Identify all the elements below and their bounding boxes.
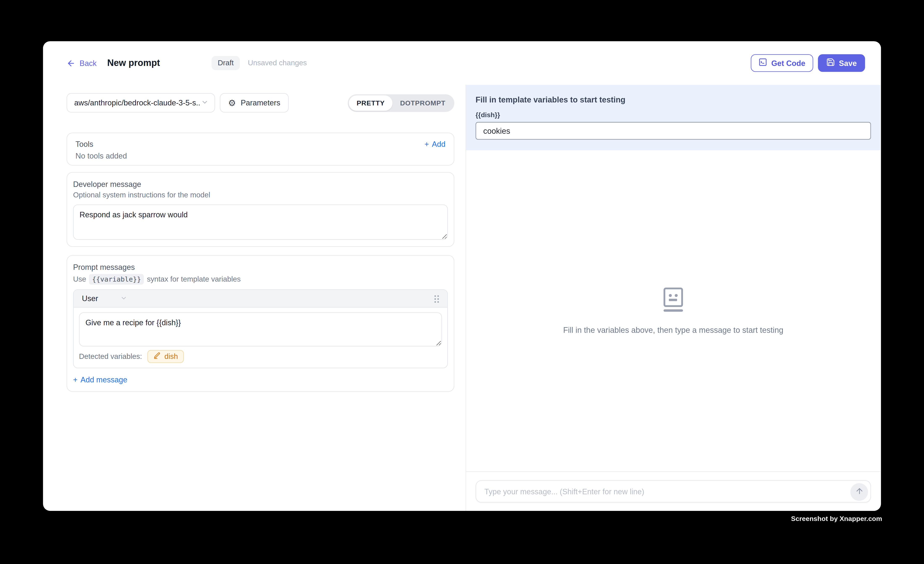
model-selector-value: aws/anthropic/bedrock-claude-3-5-s...	[74, 99, 201, 107]
model-selector[interactable]: aws/anthropic/bedrock-claude-3-5-s...	[67, 93, 215, 112]
template-variables-section: Fill in template variables to start test…	[466, 85, 880, 150]
add-message-label: Add message	[80, 375, 127, 384]
prompt-editor-window: Back New prompt Draft Unsaved changes Ge…	[43, 41, 881, 511]
chat-empty-state: Fill in the variables above, then type a…	[466, 150, 880, 471]
message-body: Give me a recipe for {{dish}} Detected v…	[74, 308, 447, 368]
back-button[interactable]: Back	[67, 58, 97, 68]
tools-card: Tools + Add No tools added	[67, 132, 454, 165]
composer-box	[476, 480, 871, 502]
view-mode-toggle: PRETTY DOTPROMPT	[348, 94, 454, 112]
header-actions: Get Code Save	[751, 54, 865, 72]
get-code-label: Get Code	[771, 58, 806, 68]
chevron-down-icon[interactable]	[98, 293, 128, 304]
message-content-input[interactable]: Give me a recipe for {{dish}}	[79, 312, 442, 346]
header: Back New prompt Draft Unsaved changes Ge…	[43, 41, 881, 85]
status-badge: Draft	[212, 56, 240, 70]
chevron-down-icon	[201, 98, 208, 108]
drag-handle-icon[interactable]	[434, 294, 439, 303]
editor-toolbar: aws/anthropic/bedrock-claude-3-5-s... ⚙ …	[67, 93, 454, 112]
variable-chip-dish[interactable]: dish	[147, 350, 184, 363]
tools-title: Tools	[75, 140, 93, 148]
unsaved-changes-note: Unsaved changes	[248, 59, 307, 67]
plus-icon: +	[424, 140, 429, 148]
developer-message-subtitle: Optional system instructions for the mod…	[73, 191, 448, 199]
developer-message-input[interactable]: Respond as jack sparrow would	[73, 204, 448, 240]
tools-empty-text: No tools added	[75, 152, 446, 160]
watermark: Screenshot by Xnapper.com	[791, 515, 882, 522]
parameters-label: Parameters	[241, 99, 280, 107]
detected-variables-row: Detected variables: dish	[79, 350, 442, 363]
toggle-pretty[interactable]: PRETTY	[349, 95, 393, 111]
developer-message-card: Developer message Optional system instru…	[67, 172, 454, 247]
variable-chip-label: dish	[164, 352, 178, 360]
get-code-button[interactable]: Get Code	[751, 54, 813, 72]
arrow-left-icon	[67, 58, 75, 68]
save-icon	[826, 58, 835, 69]
variable-syntax-chip: {{variable}}	[89, 274, 144, 285]
tester-panel: Fill in template variables to start test…	[466, 85, 880, 511]
plus-icon: +	[73, 375, 78, 384]
back-label: Back	[80, 58, 97, 68]
hint-prefix: Use	[73, 275, 86, 283]
editor-panel: aws/anthropic/bedrock-claude-3-5-s... ⚙ …	[43, 85, 466, 511]
variable-name-label: {{dish}}	[476, 111, 871, 118]
page-title: New prompt	[107, 58, 160, 69]
add-tool-label: Add	[432, 140, 446, 148]
template-variables-title: Fill in template variables to start test…	[476, 96, 871, 104]
screenshot-stage: Back New prompt Draft Unsaved changes Ge…	[0, 0, 924, 564]
parameters-button[interactable]: ⚙ Parameters	[220, 93, 288, 112]
developer-message-title: Developer message	[73, 180, 448, 189]
message-input[interactable]	[476, 481, 870, 502]
save-button[interactable]: Save	[818, 54, 865, 72]
terminal-icon	[758, 58, 767, 69]
prompt-messages-card: Prompt messages Use {{variable}} syntax …	[67, 255, 454, 392]
message-role-row: User	[74, 290, 447, 308]
pencil-icon	[153, 352, 161, 361]
template-hint: Use {{variable}} syntax for template var…	[73, 274, 448, 285]
prompt-messages-title: Prompt messages	[73, 263, 448, 272]
send-button[interactable]	[850, 483, 868, 501]
gear-icon: ⚙	[228, 99, 236, 107]
message-block: User Give me a recipe for {{dish}} Detec…	[73, 290, 448, 368]
add-tool-button[interactable]: + Add	[424, 140, 446, 148]
add-message-button[interactable]: + Add message	[73, 375, 448, 384]
empty-state-text: Fill in the variables above, then type a…	[563, 326, 783, 334]
save-label: Save	[839, 58, 857, 68]
composer	[466, 471, 880, 511]
hint-suffix: syntax for template variables	[147, 275, 241, 283]
role-select[interactable]: User	[82, 294, 98, 303]
detected-variables-label: Detected variables:	[79, 352, 142, 360]
variable-value-input[interactable]	[476, 122, 871, 140]
toggle-dotprompt[interactable]: DOTPROMPT	[393, 95, 453, 111]
robot-icon	[664, 287, 683, 311]
arrow-up-icon	[855, 486, 864, 497]
main-split: aws/anthropic/bedrock-claude-3-5-s... ⚙ …	[43, 85, 881, 511]
